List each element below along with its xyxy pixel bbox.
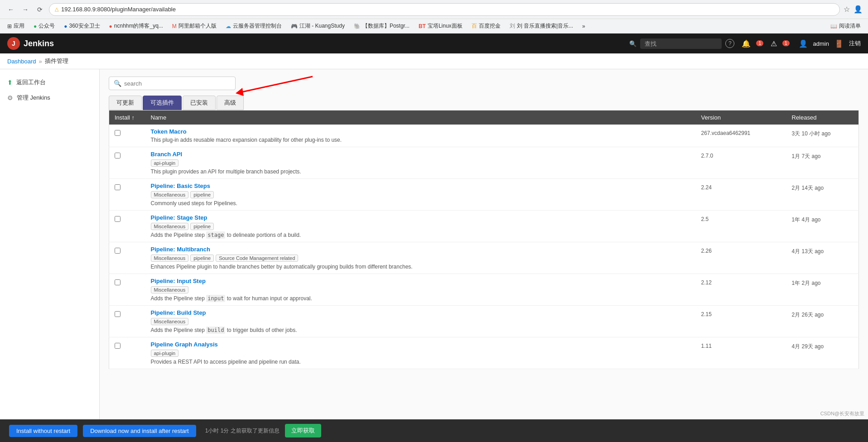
plugin-name-link[interactable]: Pipeline: Multibranch bbox=[151, 246, 690, 253]
forward-button[interactable]: → bbox=[20, 4, 31, 15]
plugin-name-link[interactable]: Pipeline: Input Step bbox=[151, 278, 690, 284]
plugin-install-checkbox[interactable] bbox=[115, 130, 121, 136]
bookmark-cloud[interactable]: ☁ 云服务器管理控制台 bbox=[222, 21, 285, 31]
content-area: 🔍 可更新 可选插件 已安装 高级 Install ↑ Na bbox=[100, 69, 868, 420]
warning-icon[interactable]: ⚠ bbox=[771, 39, 777, 48]
bookmark-bt[interactable]: BT 宝塔Linux面板 bbox=[415, 21, 466, 31]
plugin-tag: Miscellaneous bbox=[151, 223, 189, 230]
tab-installed[interactable]: 已安装 bbox=[183, 96, 216, 110]
plugin-install-checkbox[interactable] bbox=[115, 153, 121, 159]
bookmark-music[interactable]: 刘 刘 音乐直播搜索|音乐... bbox=[506, 21, 577, 31]
plugin-name-cell: Pipeline: Build StepMiscellaneousAdds th… bbox=[145, 306, 696, 337]
search-magnify-icon: 🔍 bbox=[114, 80, 121, 87]
plugin-tags: Miscellaneouspipeline bbox=[151, 191, 690, 198]
gzh-icon: ● bbox=[34, 23, 37, 29]
plugin-tags: api-plugin bbox=[151, 350, 690, 357]
plugin-released: 2月 14天 ago bbox=[786, 179, 859, 211]
plugin-released: 4月 13天 ago bbox=[786, 242, 859, 274]
admin-user-btn[interactable]: admin bbox=[813, 40, 829, 47]
bookmark-blog[interactable]: ● ncnhhm的博客_yq... bbox=[106, 21, 167, 31]
bookmark-mail[interactable]: M 阿里邮箱个人版 bbox=[169, 21, 220, 31]
plugin-version: 2.15 bbox=[696, 306, 786, 337]
svg-line-0 bbox=[240, 77, 313, 92]
music-icon: 刘 bbox=[510, 22, 515, 30]
refresh-button[interactable]: ⟳ bbox=[34, 4, 45, 15]
plugin-install-checkbox[interactable] bbox=[115, 311, 121, 317]
table-row: Branch APIapi-pluginThis plugin provides… bbox=[109, 147, 859, 179]
plugin-install-checkbox[interactable] bbox=[115, 343, 121, 349]
address-bar[interactable]: △ 192.168.80.9:8080/pluginManager/availa… bbox=[49, 3, 840, 16]
jenkins-search-area: 🔍 ? bbox=[629, 38, 734, 49]
sidebar-item-manage[interactable]: ⚙ 管理 Jenkins bbox=[0, 90, 99, 106]
bookmark-360[interactable]: ● 360安全卫士 bbox=[60, 21, 103, 31]
bookmark-readlist[interactable]: 📖 阅读清单 bbox=[827, 21, 864, 31]
plugin-name-link[interactable]: Branch API bbox=[151, 151, 690, 158]
plugin-released: 1年 4月 ago bbox=[786, 211, 859, 242]
table-row: Pipeline Graph Analysisapi-pluginProvide… bbox=[109, 337, 859, 369]
jenkins-title: Jenkins bbox=[24, 39, 54, 48]
plugin-name-link[interactable]: Pipeline: Stage Step bbox=[151, 214, 690, 221]
url-text: 192.168.80.9:8080/pluginManager/availabl… bbox=[61, 6, 176, 13]
plugin-name-cell: Pipeline: Stage StepMiscellaneouspipelin… bbox=[145, 211, 696, 242]
bell-icon[interactable]: 🔔 bbox=[742, 39, 751, 48]
search-input[interactable] bbox=[124, 80, 231, 87]
col-install: Install ↑ bbox=[109, 110, 145, 125]
baidu-icon: 百 bbox=[472, 22, 477, 30]
plugin-description: Enhances Pipeline plugin to handle branc… bbox=[151, 264, 690, 270]
bookmark-apps[interactable]: ⊞ 应用 bbox=[4, 21, 28, 31]
plugin-install-checkbox[interactable] bbox=[115, 216, 121, 222]
bookmark-kuang[interactable]: 🎮 江湖 - KuangStudy bbox=[287, 21, 348, 31]
plugin-tag: pipeline bbox=[190, 223, 214, 230]
plugin-tag: Miscellaneous bbox=[151, 286, 189, 293]
col-released: Released bbox=[786, 110, 859, 125]
plugin-name-link[interactable]: Pipeline: Build Step bbox=[151, 309, 690, 316]
help-icon[interactable]: ? bbox=[725, 39, 734, 48]
plugin-released: 2月 26天 ago bbox=[786, 306, 859, 337]
plugin-tag: Source Code Management related bbox=[216, 255, 298, 262]
user-icon[interactable]: 👤 bbox=[854, 5, 863, 14]
table-row: Pipeline: Basic StepsMiscellaneouspipeli… bbox=[109, 179, 859, 211]
plugin-tag: Miscellaneous bbox=[151, 255, 189, 262]
tab-advanced[interactable]: 高级 bbox=[217, 96, 244, 110]
breadcrumb-dashboard[interactable]: Dashboard bbox=[7, 58, 36, 65]
plugin-name-link[interactable]: Token Macro bbox=[151, 128, 690, 135]
breadcrumb-sep: » bbox=[39, 58, 42, 65]
bookmarks-bar: ⊞ 应用 ● 公众号 ● 360安全卫士 ● ncnhhm的博客_yq... M… bbox=[0, 19, 868, 34]
logout-btn[interactable]: 注销 bbox=[849, 39, 861, 48]
search-icon: 🔍 bbox=[629, 40, 637, 47]
plugin-version: 2.26 bbox=[696, 242, 786, 274]
plugin-tags: Miscellaneous bbox=[151, 286, 690, 293]
apps-icon: ⊞ bbox=[7, 23, 12, 29]
bookmark-baidu[interactable]: 百 百度挖金 bbox=[468, 21, 504, 31]
plugin-install-checkbox[interactable] bbox=[115, 279, 121, 285]
back-button[interactable]: ← bbox=[5, 4, 16, 15]
plugin-search-box[interactable]: 🔍 bbox=[109, 77, 236, 90]
360-icon: ● bbox=[64, 23, 67, 29]
plugin-install-checkbox[interactable] bbox=[115, 248, 121, 254]
bottom-bar: Install without restart Download now and… bbox=[0, 419, 868, 420]
plugin-install-checkbox[interactable] bbox=[115, 184, 121, 190]
gear-icon: ⚙ bbox=[7, 94, 13, 101]
table-row: Token MacroThis plug-in adds reusable ma… bbox=[109, 125, 859, 147]
breadcrumb-current: 插件管理 bbox=[45, 57, 68, 65]
jenkins-logo: J Jenkins bbox=[7, 37, 54, 50]
bookmark-pg[interactable]: 🐘 【数据库】Postgr... bbox=[350, 21, 413, 31]
plugin-tag: api-plugin bbox=[151, 350, 179, 357]
table-row: Pipeline: Build StepMiscellaneousAdds th… bbox=[109, 306, 859, 337]
tab-available[interactable]: 可选插件 bbox=[143, 96, 182, 110]
jenkins-header: J Jenkins 🔍 ? 🔔1 ⚠1 👤 admin 🚪 注销 bbox=[0, 34, 868, 53]
watermark: CSDN@长安有故里 bbox=[820, 410, 864, 417]
plugin-tags: api-plugin bbox=[151, 159, 690, 167]
bookmark-gzh[interactable]: ● 公众号 bbox=[30, 21, 58, 31]
jenkins-search-input[interactable] bbox=[640, 38, 722, 49]
tab-updatable[interactable]: 可更新 bbox=[109, 96, 142, 110]
plugin-version: 2.7.0 bbox=[696, 147, 786, 179]
plugin-tag: pipeline bbox=[190, 191, 214, 198]
plugin-name-link[interactable]: Pipeline: Basic Steps bbox=[151, 183, 690, 189]
star-icon[interactable]: ☆ bbox=[844, 5, 850, 14]
sidebar-manage-label: 管理 Jenkins bbox=[17, 94, 50, 102]
plugin-name-link[interactable]: Pipeline Graph Analysis bbox=[151, 341, 690, 348]
back-icon: ⬆ bbox=[7, 79, 13, 86]
sidebar-item-back[interactable]: ⬆ 返回工作台 bbox=[0, 75, 99, 90]
bookmark-more[interactable]: » bbox=[579, 22, 589, 30]
